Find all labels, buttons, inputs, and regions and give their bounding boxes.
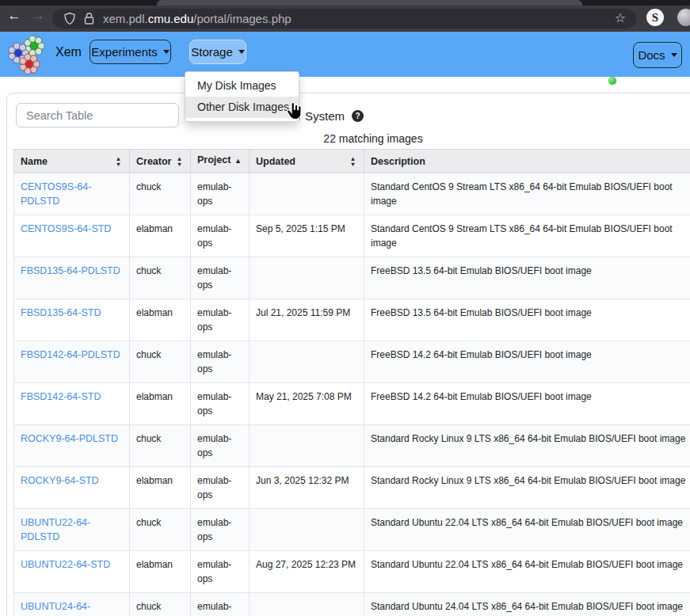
image-link[interactable]: CENTOS9S-64-STD xyxy=(21,223,111,234)
description-cell: Standard Ubuntu 22.04 LTS x86_64 64-bit … xyxy=(364,509,690,551)
table-row: UBUNTU22-64-STD elabman emulab-ops Aug 2… xyxy=(14,551,690,593)
lock-icon[interactable] xyxy=(83,12,95,25)
project-cell: emulab-ops xyxy=(191,509,250,551)
project-cell: emulab-ops xyxy=(191,173,250,215)
storage-label: Storage xyxy=(191,45,233,59)
table-row: FBSD135-64-STD elabman emulab-ops Jul 21… xyxy=(14,299,690,341)
images-table: Name Creator Project Updated Description… xyxy=(13,149,690,616)
creator-cell: chuck xyxy=(130,257,191,299)
experiments-menu-button[interactable]: Experiments xyxy=(90,40,171,64)
table-row: FBSD135-64-PDLSTD chuck emulab-ops FreeB… xyxy=(14,257,690,299)
project-cell: emulab-ops xyxy=(191,257,250,299)
url-bar[interactable]: xem.pdl.cmu.edu/portal/images.php ☆ xyxy=(52,9,636,29)
docs-menu-button[interactable]: Docs xyxy=(633,42,682,68)
column-header-creator[interactable]: Creator xyxy=(130,150,191,173)
help-icon[interactable]: ? xyxy=(352,110,364,122)
storage-menu-button[interactable]: Storage xyxy=(189,40,246,64)
header-label: Project xyxy=(197,154,231,165)
updated-cell xyxy=(250,593,364,616)
creator-cell: chuck xyxy=(130,425,191,467)
description-cell: Standard CentOS 9 Stream LTS x86_64 64-b… xyxy=(364,215,690,257)
project-cell: emulab-ops xyxy=(191,299,250,341)
updated-cell xyxy=(250,173,364,215)
brand-title[interactable]: Xem xyxy=(55,45,82,59)
chevron-down-icon xyxy=(238,50,245,54)
description-cell: FreeBSD 14.2 64-bit Emulab BIOS/UEFI boo… xyxy=(364,341,690,383)
updated-cell: Aug 27, 2025 12:23 PM xyxy=(250,551,364,593)
tab-strip xyxy=(0,0,690,6)
image-link[interactable]: FBSD135-64-PDLSTD xyxy=(21,265,120,276)
description-cell: FreeBSD 14.2 64-bit Emulab BIOS/UEFI boo… xyxy=(364,383,690,425)
xem-logo[interactable] xyxy=(6,34,50,75)
back-button[interactable]: ← xyxy=(5,8,24,24)
header-label: Updated xyxy=(256,156,295,167)
match-count-text: 22 matching images xyxy=(13,132,690,145)
status-dot xyxy=(608,77,616,85)
description-cell: Standard Ubuntu 24.04 LTS x86_64 64-bit … xyxy=(364,593,690,616)
project-cell: emulab-ops xyxy=(191,467,250,509)
chevron-down-icon xyxy=(671,53,677,57)
description-cell: Standard Rocky Linux 9 LTS x86_64 64-bit… xyxy=(364,467,690,509)
sort-icon[interactable] xyxy=(114,156,123,167)
updated-cell: Sep 5, 2025 1:15 PM xyxy=(250,215,364,257)
column-header-updated[interactable]: Updated xyxy=(250,150,364,173)
cursor-pointer-icon xyxy=(285,101,304,122)
image-link[interactable]: UBUNTU22-64-PDLSTD xyxy=(21,517,90,542)
column-header-project[interactable]: Project xyxy=(191,150,250,173)
table-row: FBSD142-64-STD elabman emulab-ops May 21… xyxy=(14,383,690,425)
menu-item-other-disk-images[interactable]: Other Disk Images xyxy=(185,97,299,118)
updated-cell: Jun 3, 2025 12:32 PM xyxy=(250,467,364,509)
creator-cell: elabman xyxy=(130,383,191,425)
search-input[interactable] xyxy=(16,103,179,127)
image-link[interactable]: ROCKY9-64-PDLSTD xyxy=(21,433,118,444)
project-cell: emulab-ops xyxy=(191,215,250,257)
creator-cell: chuck xyxy=(130,173,191,215)
table-row: ROCKY9-64-PDLSTD chuck emulab-ops Standa… xyxy=(14,425,690,467)
creator-cell: chuck xyxy=(130,593,191,616)
project-cell: emulab-ops xyxy=(191,593,250,616)
column-header-description[interactable]: Description xyxy=(364,150,690,173)
updated-cell xyxy=(250,509,364,551)
image-link[interactable]: FBSD135-64-STD xyxy=(21,307,101,318)
updated-cell: May 21, 2025 7:08 PM xyxy=(250,383,364,425)
extension-s-icon[interactable]: S xyxy=(646,9,664,26)
image-link[interactable]: FBSD142-64-PDLSTD xyxy=(21,349,120,360)
shield-icon[interactable] xyxy=(63,12,76,25)
project-cell: emulab-ops xyxy=(191,383,250,425)
bookmark-star-icon[interactable]: ☆ xyxy=(615,10,626,25)
menu-item-my-disk-images[interactable]: My Disk Images xyxy=(185,75,299,97)
description-cell: FreeBSD 13.5 64-bit Emulab BIOS/UEFI boo… xyxy=(364,299,690,341)
description-cell: Standard Ubuntu 22.04 LTS x86_64 64-bit … xyxy=(364,551,690,593)
creator-cell: chuck xyxy=(130,341,191,383)
project-cell: emulab-ops xyxy=(191,425,250,467)
image-link[interactable]: CENTOS9S-64-PDLSTD xyxy=(21,181,91,207)
updated-cell: Jul 21, 2025 11:59 PM xyxy=(250,299,364,341)
updated-cell xyxy=(250,341,364,383)
forward-button[interactable]: → xyxy=(29,8,48,24)
images-table-wrap: Name Creator Project Updated Description… xyxy=(13,149,690,616)
table-row: ROCKY9-64-STD elabman emulab-ops Jun 3, … xyxy=(14,467,690,509)
image-link[interactable]: ROCKY9-64-STD xyxy=(21,475,99,486)
sort-icon[interactable] xyxy=(349,156,357,167)
sort-ascending-icon[interactable] xyxy=(234,154,242,168)
header-label: Description xyxy=(371,156,425,167)
creator-cell: elabman xyxy=(130,215,191,257)
header-label: Creator xyxy=(136,156,171,167)
system-checkbox-label[interactable]: System xyxy=(305,109,345,123)
url-domain: cmu.edu xyxy=(148,12,194,25)
active-tab[interactable] xyxy=(157,0,582,6)
creator-cell: elabman xyxy=(130,299,191,341)
sort-icon[interactable] xyxy=(175,156,184,167)
url-text[interactable]: xem.pdl.cmu.edu/portal/images.php xyxy=(103,12,292,25)
column-header-name[interactable]: Name xyxy=(14,150,130,173)
extension-globe-icon[interactable] xyxy=(677,9,690,26)
project-cell: emulab-ops xyxy=(191,341,250,383)
description-cell: Standard Rocky Linux 9 LTS x86_64 64-bit… xyxy=(364,425,690,467)
table-row: CENTOS9S-64-STD elabman emulab-ops Sep 5… xyxy=(14,215,690,257)
image-link[interactable]: FBSD142-64-STD xyxy=(21,391,101,402)
experiments-label: Experiments xyxy=(91,45,157,59)
table-row: CENTOS9S-64-PDLSTD chuck emulab-ops Stan… xyxy=(14,173,690,215)
description-cell: FreeBSD 13.5 64-bit Emulab BIOS/UEFI boo… xyxy=(364,257,690,299)
image-link[interactable]: UBUNTU22-64-STD xyxy=(21,559,110,570)
image-link[interactable]: UBUNTU24-64-PDLSTD xyxy=(21,601,90,616)
